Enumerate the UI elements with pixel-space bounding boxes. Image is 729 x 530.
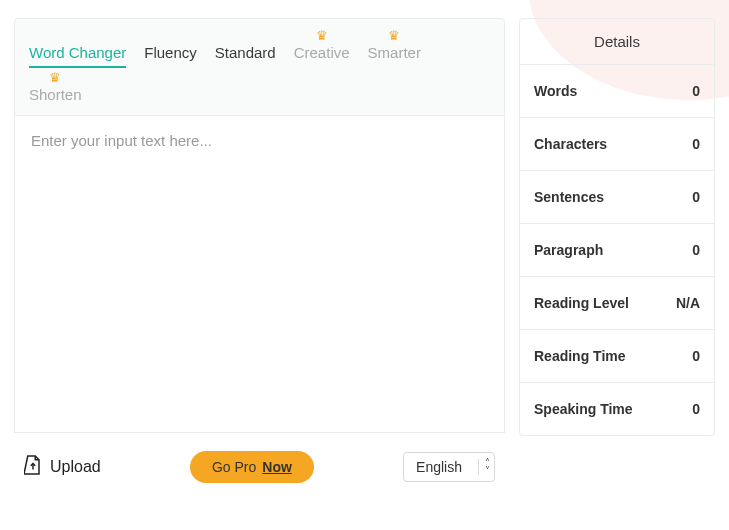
details-panel: Details Words 0 Characters 0 Sentences 0… — [519, 18, 715, 436]
stat-value: 0 — [692, 83, 700, 99]
stat-value: 0 — [692, 136, 700, 152]
go-pro-now-label: Now — [262, 459, 292, 475]
tab-smarter[interactable]: ♛ Smarter — [368, 29, 421, 67]
tab-label: Word Changer — [29, 44, 126, 61]
stat-value: 0 — [692, 242, 700, 258]
stat-row-speaking-time: Speaking Time 0 — [520, 383, 714, 435]
file-upload-icon — [24, 454, 42, 480]
bottom-toolbar: Upload Go Pro Now English ˄ ˅ — [14, 433, 505, 491]
mode-tabs: Word Changer Fluency Standard ♛ Creative… — [14, 18, 505, 116]
tab-label: Creative — [294, 44, 350, 61]
stat-row-reading-level: Reading Level N/A — [520, 277, 714, 330]
main-layout: Word Changer Fluency Standard ♛ Creative… — [0, 0, 729, 505]
go-pro-button[interactable]: Go Pro Now — [190, 451, 314, 483]
details-header: Details — [520, 19, 714, 65]
crown-icon: ♛ — [388, 29, 400, 42]
stat-value: N/A — [676, 295, 700, 311]
tab-fluency[interactable]: Fluency — [144, 44, 197, 67]
tab-word-changer[interactable]: Word Changer — [29, 44, 126, 67]
tab-label: Fluency — [144, 44, 197, 61]
tab-creative[interactable]: ♛ Creative — [294, 29, 350, 67]
stat-row-characters: Characters 0 — [520, 118, 714, 171]
tab-shorten[interactable]: ♛ Shorten — [29, 71, 82, 109]
stat-label: Speaking Time — [534, 401, 633, 417]
stat-row-words: Words 0 — [520, 65, 714, 118]
stat-row-sentences: Sentences 0 — [520, 171, 714, 224]
stat-value: 0 — [692, 189, 700, 205]
upload-label: Upload — [50, 458, 101, 476]
stat-label: Reading Level — [534, 295, 629, 311]
stat-row-reading-time: Reading Time 0 — [520, 330, 714, 383]
crown-icon: ♛ — [49, 71, 61, 84]
tabs-row-1: Word Changer Fluency Standard ♛ Creative… — [29, 29, 490, 67]
input-textarea[interactable] — [31, 132, 488, 416]
stat-label: Reading Time — [534, 348, 626, 364]
language-value: English — [416, 459, 462, 475]
tab-standard[interactable]: Standard — [215, 44, 276, 67]
stat-label: Sentences — [534, 189, 604, 205]
go-pro-label: Go Pro — [212, 459, 256, 475]
editor-area — [14, 116, 505, 433]
stat-label: Paragraph — [534, 242, 603, 258]
left-panel: Word Changer Fluency Standard ♛ Creative… — [14, 18, 505, 491]
crown-icon: ♛ — [316, 29, 328, 42]
tab-label: Shorten — [29, 86, 82, 103]
chevron-down-icon: ˅ — [485, 467, 490, 475]
tabs-row-2: ♛ Shorten — [29, 71, 490, 109]
stat-label: Characters — [534, 136, 607, 152]
tab-label: Smarter — [368, 44, 421, 61]
tab-label: Standard — [215, 44, 276, 61]
stat-row-paragraph: Paragraph 0 — [520, 224, 714, 277]
language-select[interactable]: English ˄ ˅ — [403, 452, 495, 482]
stat-value: 0 — [692, 348, 700, 364]
stat-label: Words — [534, 83, 577, 99]
stepper-icon: ˄ ˅ — [478, 459, 490, 475]
upload-button[interactable]: Upload — [24, 454, 101, 480]
stat-value: 0 — [692, 401, 700, 417]
